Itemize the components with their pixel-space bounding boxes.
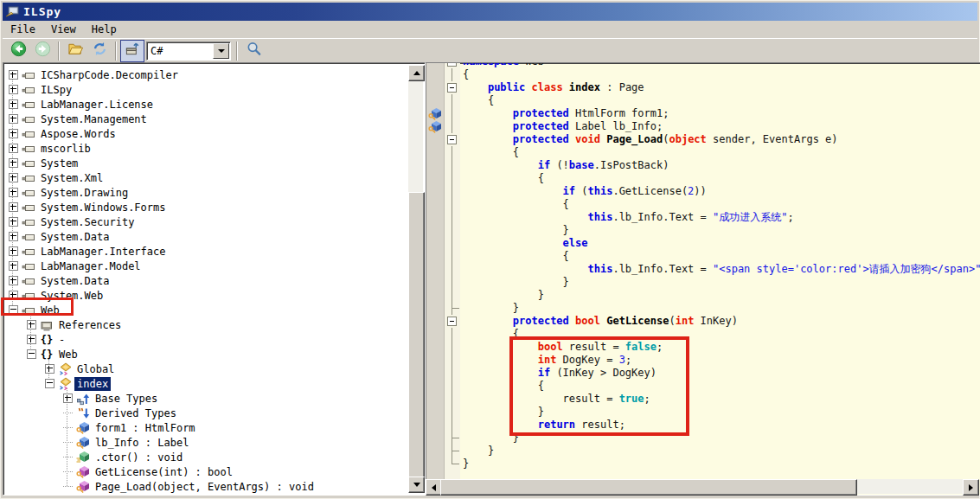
scrollbar-right-button[interactable] xyxy=(963,479,979,496)
expand-plus-icon[interactable] xyxy=(9,173,18,182)
open-file-button[interactable] xyxy=(63,40,87,62)
assembly-icon xyxy=(22,157,35,170)
fold-collapse-icon[interactable] xyxy=(445,81,460,94)
tree-item-system-web[interactable]: System.Web xyxy=(5,288,408,303)
expand-plus-icon[interactable] xyxy=(9,261,18,271)
tree-item-aspose-words[interactable]: Aspose.Words xyxy=(5,126,408,141)
expand-plus-icon[interactable] xyxy=(9,114,18,124)
method-icon xyxy=(76,465,90,479)
code-line: this.lb_Info.Text = "<span style='color:… xyxy=(460,263,980,276)
expand-plus-icon[interactable] xyxy=(9,202,18,212)
tree-item-ilspy[interactable]: ILSpy xyxy=(5,82,408,97)
scrollbar-up-button[interactable] xyxy=(408,65,425,81)
assembly-import-button[interactable] xyxy=(120,40,144,62)
code-line: } xyxy=(460,289,980,302)
tree-item-page-load-object-eventargs-void[interactable]: Page_Load(object, EventArgs) : void xyxy=(5,479,408,493)
menu-view[interactable]: View xyxy=(43,22,84,37)
tree-item-base-types[interactable]: Base Types xyxy=(5,391,408,406)
tree-item-[interactable]: {}- xyxy=(5,332,408,347)
tree-item-system-data[interactable]: System.Data xyxy=(5,273,408,288)
tree-vertical-scrollbar[interactable] xyxy=(408,65,423,493)
tree-item-system[interactable]: System xyxy=(5,156,408,170)
language-select[interactable]: C# xyxy=(146,42,231,61)
tree-item-label: lb_Info : Label xyxy=(93,436,191,450)
assembly-icon xyxy=(22,289,35,303)
expand-plus-icon[interactable] xyxy=(9,70,18,80)
tree-item-labmanager-model[interactable]: LabManager.Model xyxy=(5,259,408,273)
menu-file[interactable]: File xyxy=(3,22,43,37)
collapse-minus-icon[interactable] xyxy=(45,379,54,388)
tree-item-getlicense-int-bool[interactable]: GetLicense(int) : bool xyxy=(5,464,408,479)
tree-item-index[interactable]: index xyxy=(5,376,408,391)
tree-item-label: LabManager.Model xyxy=(38,259,144,273)
expand-plus-icon[interactable] xyxy=(27,335,36,344)
expand-plus-icon[interactable] xyxy=(9,291,18,300)
tree-item-label: Web xyxy=(56,348,80,361)
tree-item-system-drawing[interactable]: System.Drawing xyxy=(5,185,408,200)
tree-item-label: System.Windows.Forms xyxy=(38,201,169,214)
assembly-icon xyxy=(22,142,35,156)
derived-types-icon xyxy=(76,406,90,420)
gutter-cell xyxy=(426,159,444,172)
expand-plus-icon[interactable] xyxy=(27,320,36,329)
collapse-minus-icon[interactable] xyxy=(9,305,18,315)
expand-plus-icon[interactable] xyxy=(9,246,18,256)
gutter-cell xyxy=(426,263,444,276)
code-line: } xyxy=(460,406,980,419)
tree-item-references[interactable]: References xyxy=(5,317,408,332)
code-horizontal-scrollbar[interactable] xyxy=(426,479,979,494)
menu-help[interactable]: Help xyxy=(84,22,125,37)
tree-item-web[interactable]: Web xyxy=(5,303,408,317)
expand-plus-icon[interactable] xyxy=(9,217,18,227)
tree-item-system-data[interactable]: System.Data xyxy=(5,229,408,244)
code-line: { xyxy=(460,250,980,263)
expand-plus-icon[interactable] xyxy=(9,276,18,285)
tree-item-form1-htmlform[interactable]: form1 : HtmlForm xyxy=(5,420,408,435)
tree-item-global[interactable]: Global xyxy=(5,361,408,376)
expand-plus-icon[interactable] xyxy=(9,85,18,94)
tree-item-labmanager-interface[interactable]: LabManager.Interface xyxy=(5,244,408,259)
scrollbar-thumb[interactable] xyxy=(408,192,425,478)
fold-margin-cell xyxy=(445,198,460,211)
back-button[interactable] xyxy=(6,40,30,62)
tree-item-labmanager-license[interactable]: LabManager.License xyxy=(5,97,408,112)
tree-item-ctor-void[interactable]: .ctor() : void xyxy=(5,450,408,464)
tree-item-system-security[interactable]: System.Security xyxy=(5,214,408,229)
gutter-cell xyxy=(426,380,444,393)
code-line: { xyxy=(460,94,980,107)
forward-button[interactable] xyxy=(30,40,54,62)
scrollbar-down-button[interactable] xyxy=(408,477,425,493)
namespace-icon: {} xyxy=(40,333,54,347)
expand-plus-icon[interactable] xyxy=(9,188,18,197)
expand-plus-icon[interactable] xyxy=(63,393,73,403)
refresh-button[interactable] xyxy=(87,40,112,62)
expand-plus-icon[interactable] xyxy=(9,144,18,153)
tree-item-system-management[interactable]: System.Management xyxy=(5,112,408,126)
gutter-cell xyxy=(426,146,444,159)
collapse-minus-icon[interactable] xyxy=(27,349,36,359)
fold-collapse-icon[interactable] xyxy=(445,133,460,146)
gutter-cell xyxy=(426,68,444,81)
gutter-cell xyxy=(426,133,444,146)
fold-collapse-icon[interactable] xyxy=(445,315,460,328)
expand-plus-icon[interactable] xyxy=(9,158,18,168)
expand-plus-icon[interactable] xyxy=(45,364,54,374)
tree-item-system-xml[interactable]: System.Xml xyxy=(5,170,408,185)
language-select-dropdown-button[interactable] xyxy=(213,43,229,59)
tree-item-derived-types[interactable]: Derived Types xyxy=(5,406,408,420)
expand-plus-icon[interactable] xyxy=(9,232,18,241)
tree-item-lb-info-label[interactable]: lb_Info : Label xyxy=(5,435,408,450)
toolbar-separator xyxy=(236,42,238,61)
expand-plus-icon[interactable] xyxy=(9,129,18,138)
tree-item-icsharpcode-decompiler[interactable]: ICSharpCode.Decompiler xyxy=(5,67,408,82)
tree-item-system-windows-forms[interactable]: System.Windows.Forms xyxy=(5,200,408,214)
arrow-up-icon xyxy=(413,67,420,75)
scrollbar-thumb[interactable] xyxy=(440,479,857,496)
code-line: int DogKey = 3; xyxy=(460,354,980,367)
search-button[interactable] xyxy=(241,40,266,62)
code-line: { xyxy=(460,198,980,211)
tree-item-mscorlib[interactable]: mscorlib xyxy=(5,141,408,156)
tree-connector-line xyxy=(63,442,73,443)
tree-item-web[interactable]: {}Web xyxy=(5,347,408,361)
expand-plus-icon[interactable] xyxy=(9,99,18,109)
